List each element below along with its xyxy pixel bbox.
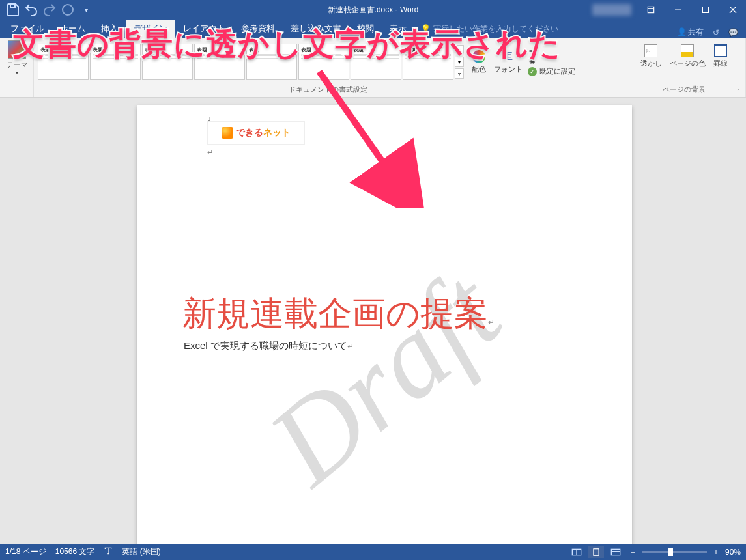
gallery-up-icon[interactable]: ▴	[455, 45, 464, 55]
page-number-status[interactable]: 1/18 ページ	[5, 546, 46, 557]
title-bar-right	[592, 0, 746, 20]
tell-me-search[interactable]: 💡実行したい作業を入力してください	[421, 23, 558, 35]
colors-button[interactable]: 配色	[469, 49, 489, 76]
title-bar: ▾ 新連載企画書.docx - Word	[0, 0, 746, 20]
themes-button[interactable]: テーマ ▾	[4, 40, 30, 76]
logo-image: できるネット	[207, 121, 305, 145]
effects-icon: ◉	[529, 57, 536, 65]
document-body-text[interactable]: Excel で実現する職場の時短について↵	[184, 340, 354, 352]
save-icon[interactable]	[5, 2, 21, 18]
paragraph-spacing-icon: ≡	[529, 48, 533, 55]
customize-qat-icon[interactable]: ▾	[78, 2, 94, 18]
paragraph-mark-icon: ↵	[207, 148, 213, 157]
tab-layout[interactable]: レイアウト	[175, 20, 233, 38]
svg-rect-1	[648, 7, 653, 12]
ribbon: テーマ ▾ 表題 表題 表題 表題 表題 表題 表題 表題 ▴ ▾ ▿ 配色	[0, 38, 746, 98]
set-default-button[interactable]: ✓ 既定に設定	[528, 66, 575, 76]
zoom-slider-thumb[interactable]	[668, 548, 673, 556]
touch-mode-icon[interactable]	[60, 2, 76, 18]
watermark-button[interactable]: A 透かし	[638, 43, 665, 70]
collapse-ribbon-icon[interactable]: ˄	[733, 87, 743, 96]
watermark-text: Draft	[244, 244, 525, 511]
page[interactable]: Draft ˩ できるネット ↵ 新規連載企画の提案↵ Excel で実現する職…	[137, 105, 632, 544]
doc-format-group-label: ドキュメントの書式設定	[38, 83, 618, 96]
themes-icon	[8, 40, 26, 59]
print-layout-icon[interactable]	[588, 546, 604, 558]
paragraph-spacing-button[interactable]: ≡	[528, 48, 575, 55]
zoom-level[interactable]: 90%	[725, 548, 741, 557]
tab-review[interactable]: 校閲	[349, 20, 382, 38]
status-bar: 1/18 ページ 10566 文字 英語 (米国) − + 90%	[0, 544, 746, 560]
style-set-thumb[interactable]: 表題	[38, 44, 89, 80]
maximize-icon[interactable]	[693, 0, 719, 20]
paragraph-mark-icon: ↵	[488, 318, 495, 327]
gallery-more-icon[interactable]: ▿	[455, 68, 464, 79]
close-icon[interactable]	[720, 0, 746, 20]
style-set-thumb[interactable]: 表題	[403, 44, 453, 80]
zoom-out-button[interactable]: −	[627, 547, 638, 557]
tab-insert[interactable]: 挿入	[93, 20, 126, 38]
spellcheck-icon[interactable]	[104, 546, 113, 557]
gallery-down-icon[interactable]: ▾	[455, 57, 464, 67]
style-set-thumb[interactable]: 表題	[298, 44, 349, 80]
themes-group: テーマ ▾	[0, 38, 34, 97]
logo-text: できるネット	[236, 127, 291, 139]
status-left: 1/18 ページ 10566 文字 英語 (米国)	[5, 546, 161, 557]
undo-icon[interactable]	[23, 2, 39, 18]
quick-access-toolbar: ▾	[0, 2, 99, 18]
user-account-blurred[interactable]	[592, 4, 631, 16]
style-set-thumb[interactable]: 表題	[351, 44, 401, 80]
style-set-thumb[interactable]: 表題	[90, 44, 141, 80]
document-heading[interactable]: 新規連載企画の提案↵	[182, 291, 495, 337]
style-set-thumb[interactable]: 表題	[194, 44, 245, 80]
fonts-icon: 亜	[502, 50, 515, 63]
page-bg-group-label: ページの背景	[626, 83, 741, 96]
tabs-right: 👤共有 ↺ 💬	[677, 27, 743, 38]
svg-rect-3	[703, 7, 709, 13]
language-status[interactable]: 英語 (米国)	[122, 546, 160, 557]
tab-home[interactable]: ホーム	[52, 20, 93, 38]
style-set-gallery[interactable]: 表題 表題 表題 表題 表題 表題 表題 表題 ▴ ▾ ▿ 配色 亜 フォント	[38, 40, 618, 83]
effects-button[interactable]: ◉	[528, 57, 575, 65]
tab-references[interactable]: 参考資料	[233, 20, 283, 38]
minimize-icon[interactable]	[665, 0, 691, 20]
paragraph-mark-icon: ↵	[347, 342, 354, 351]
svg-rect-8	[594, 548, 599, 555]
redo-icon[interactable]	[42, 2, 57, 18]
ribbon-display-options-icon[interactable]	[638, 0, 664, 20]
document-formatting-group: 表題 表題 表題 表題 表題 表題 表題 表題 ▴ ▾ ▿ 配色 亜 フォント	[34, 38, 622, 97]
document-title: 新連載企画書.docx - Word	[328, 5, 419, 16]
logo-icon	[222, 127, 233, 139]
tab-mailings[interactable]: 差し込み文書	[283, 20, 349, 38]
comments-icon[interactable]: 💬	[728, 28, 738, 37]
style-set-thumb[interactable]: 表題	[246, 44, 297, 80]
svg-point-0	[63, 5, 73, 15]
zoom-in-button[interactable]: +	[711, 547, 721, 557]
history-icon[interactable]: ↺	[713, 28, 719, 37]
formatting-right-buttons: 配色 亜 フォント ≡ ◉ ✓ 既定に設定	[466, 45, 578, 79]
tab-design[interactable]: デザイン	[126, 20, 175, 38]
fonts-button[interactable]: 亜 フォント	[491, 49, 525, 76]
page-color-button[interactable]: ページの色	[667, 43, 708, 70]
read-mode-icon[interactable]	[569, 546, 584, 558]
document-canvas: Draft ˩ できるネット ↵ 新規連載企画の提案↵ Excel で実現する職…	[0, 98, 746, 544]
page-borders-button[interactable]: 罫線	[711, 43, 730, 70]
tab-view[interactable]: 表示	[382, 20, 414, 38]
share-button[interactable]: 👤共有	[677, 27, 704, 38]
colors-icon	[472, 50, 485, 63]
svg-rect-9	[611, 549, 620, 555]
style-set-thumb[interactable]: 表題	[142, 44, 193, 80]
web-layout-icon[interactable]	[608, 546, 624, 558]
zoom-slider[interactable]	[642, 551, 707, 553]
check-icon: ✓	[528, 67, 537, 76]
tab-file[interactable]: ファイル	[3, 20, 52, 38]
watermark-icon: A	[644, 44, 657, 57]
gallery-scroll: ▴ ▾ ▿	[455, 45, 465, 79]
page-borders-icon	[714, 44, 727, 57]
page-color-icon	[681, 44, 694, 57]
ribbon-tabs: ファイル ホーム 挿入 デザイン レイアウト 参考資料 差し込み文書 校閲 表示…	[0, 20, 746, 38]
page-background-group: A 透かし ページの色 罫線 ページの背景	[622, 38, 746, 97]
word-count-status[interactable]: 10566 文字	[55, 546, 95, 557]
status-right: − + 90%	[569, 546, 741, 558]
